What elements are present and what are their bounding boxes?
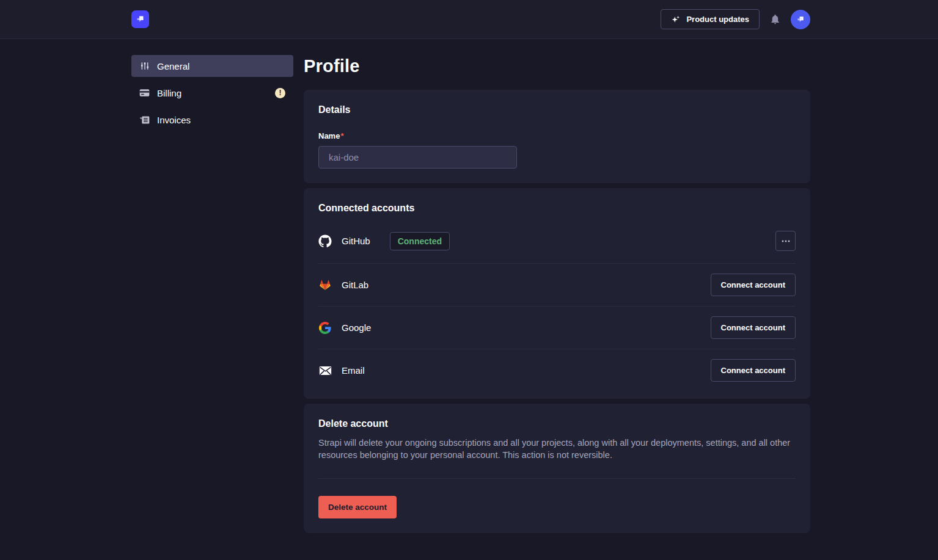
connected-status-badge: Connected	[390, 232, 450, 250]
credit-card-icon	[139, 89, 150, 97]
sidebar-item-invoices[interactable]: s Invoices	[131, 109, 293, 131]
divider	[318, 478, 796, 479]
product-updates-label: Product updates	[686, 15, 749, 24]
sidebar-item-billing[interactable]: Billing !	[131, 82, 293, 104]
gitlab-icon	[318, 278, 332, 292]
settings-sidebar: General Billing ! s	[131, 55, 293, 560]
notifications-button[interactable]	[769, 13, 782, 25]
product-updates-button[interactable]: Product updates	[661, 9, 760, 29]
sidebar-item-label: General	[157, 61, 189, 71]
provider-name: GitLab	[342, 280, 368, 290]
name-label: Name*	[318, 131, 343, 140]
connected-accounts-card: Connected accounts GitHub Connected	[304, 188, 810, 399]
billing-warning-badge: !	[275, 88, 285, 98]
google-icon	[318, 321, 332, 335]
invoice-icon: s	[139, 115, 150, 125]
strapi-logo[interactable]	[131, 10, 149, 28]
provider-name: Google	[342, 322, 371, 333]
details-heading: Details	[318, 104, 796, 115]
delete-account-card: Delete account Strapi will delete your o…	[304, 404, 810, 533]
main-content: Profile Details Name* Connected accounts…	[304, 55, 810, 560]
delete-account-heading: Delete account	[318, 418, 796, 429]
sidebar-item-label: Billing	[157, 88, 181, 98]
sidebar-item-label: Invoices	[157, 115, 191, 125]
sidebar-item-general[interactable]: General	[131, 55, 293, 77]
name-field-group: Name*	[318, 130, 796, 169]
page-layout: General Billing ! s	[0, 39, 938, 560]
provider-name: Email	[342, 365, 365, 376]
avatar-strapi-icon	[796, 15, 805, 24]
account-row-email: Email Connect account	[318, 349, 796, 384]
strapi-logo-icon	[135, 14, 145, 24]
topbar: Product updates	[0, 0, 938, 39]
delete-account-button[interactable]: Delete account	[318, 496, 397, 518]
bell-icon	[769, 13, 781, 25]
provider-name: GitHub	[342, 236, 370, 246]
required-asterisk: *	[340, 131, 343, 140]
account-row-gitlab: GitLab Connect account	[318, 263, 796, 306]
connect-google-button[interactable]: Connect account	[711, 316, 796, 339]
user-avatar[interactable]	[791, 10, 810, 29]
email-icon	[318, 364, 332, 377]
name-input[interactable]	[318, 146, 517, 169]
github-icon	[318, 235, 332, 248]
sliders-icon	[139, 61, 150, 71]
connect-email-button[interactable]: Connect account	[711, 359, 796, 382]
github-options-button[interactable]	[775, 231, 796, 251]
topbar-actions: Product updates	[661, 9, 810, 29]
connected-accounts-heading: Connected accounts	[318, 203, 796, 214]
connect-gitlab-button[interactable]: Connect account	[711, 274, 796, 296]
ellipsis-icon	[782, 240, 790, 242]
details-card: Details Name*	[304, 90, 810, 183]
delete-account-description: Strapi will delete your ongoing subscrip…	[318, 437, 796, 461]
page-title: Profile	[304, 56, 810, 76]
account-row-github: GitHub Connected	[318, 214, 796, 263]
account-row-google: Google Connect account	[318, 306, 796, 349]
sparkle-icon	[671, 15, 681, 24]
